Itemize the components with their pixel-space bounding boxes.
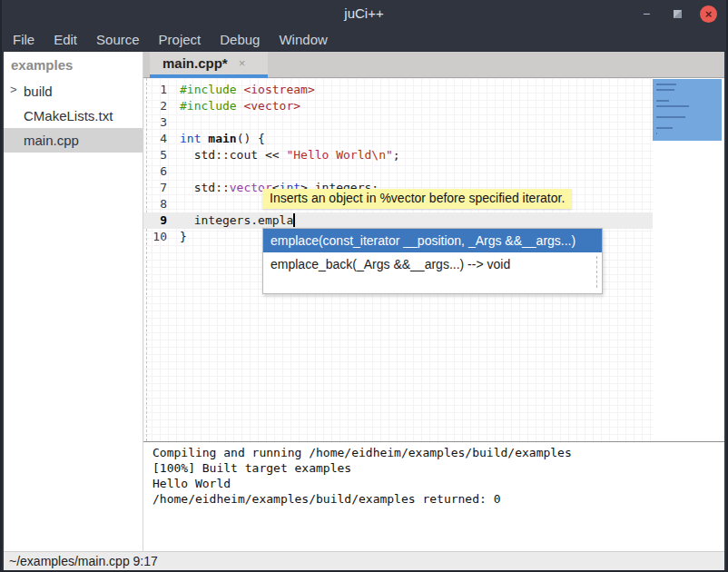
code-line-6[interactable]: 6: [143, 163, 656, 180]
code-text: std::cout << "Hello World\n";: [172, 147, 400, 163]
file-tree-item-build[interactable]: >build: [4, 79, 143, 104]
line-number: 6: [143, 163, 172, 180]
code-line-1[interactable]: 1#include <iostream>: [143, 82, 656, 98]
code-editor[interactable]: 1#include <iostream>2#include <vector>34…: [143, 78, 724, 441]
code-text: [172, 196, 180, 212]
code-text: [172, 114, 180, 131]
line-number: 10: [143, 229, 172, 245]
minimize-button[interactable]: −: [638, 6, 654, 21]
menu-edit[interactable]: Edit: [52, 30, 79, 49]
line-number: 5: [143, 147, 172, 163]
code-text: int main() {: [172, 131, 265, 147]
menu-source[interactable]: Source: [94, 30, 142, 49]
menu-file[interactable]: File: [11, 30, 36, 49]
close-icon: ×: [705, 7, 713, 21]
output-line: /home/eidheim/examples/build/examples re…: [152, 491, 724, 507]
code-text: integers.empla: [172, 212, 295, 229]
file-tree: >buildCMakeLists.txtmain.cpp: [4, 79, 143, 153]
file-tree-item-label: main.cpp: [4, 133, 79, 148]
status-file-position: ~/examples/main.cpp 9:17: [9, 554, 158, 568]
line-number: 7: [143, 180, 172, 196]
maximize-button[interactable]: [669, 9, 685, 19]
jucipp-window: juCi++ − × FileEditSourceProjectDebugWin…: [0, 0, 728, 572]
code-text: #include <iostream>: [172, 82, 315, 98]
file-tree-item-label: CMakeLists.txt: [4, 108, 113, 123]
menu-window[interactable]: Window: [277, 30, 329, 49]
code-text: #include <vector>: [172, 98, 300, 114]
chevron-right-icon[interactable]: >: [10, 83, 17, 96]
editor-column: main.cpp* × 1#include <iostream>2#includ…: [143, 52, 724, 551]
completion-item[interactable]: emplace(const_iterator __position, _Args…: [263, 229, 602, 252]
doc-tooltip: Inserts an object in %vector before spec…: [262, 189, 572, 209]
completion-popup: emplace(const_iterator __position, _Args…: [262, 228, 603, 294]
file-tree-item-main-cpp[interactable]: main.cpp: [4, 128, 143, 153]
code-line-4[interactable]: 4int main() {: [143, 131, 656, 147]
completion-item[interactable]: emplace_back(_Args &&__args...) --> void: [263, 252, 602, 276]
menu-project[interactable]: Project: [157, 30, 203, 49]
line-number: 4: [143, 131, 172, 147]
code-text: [172, 163, 180, 180]
output-line: Compiling and running /home/eidheim/exam…: [152, 445, 724, 460]
build-output-panel[interactable]: Compiling and running /home/eidheim/exam…: [143, 441, 724, 551]
window-title: juCi++: [2, 5, 726, 21]
text-cursor: [293, 213, 295, 227]
menubar: FileEditSourceProjectDebugWindow: [2, 27, 726, 52]
minimap[interactable]: [653, 78, 724, 441]
file-tree-item-cmakelists-txt[interactable]: CMakeLists.txt: [4, 104, 143, 128]
maximize-icon: [673, 9, 683, 19]
output-line: [100%] Built target examples: [152, 460, 724, 476]
minimap-visible-region[interactable]: [653, 79, 722, 141]
line-number: 9: [143, 212, 172, 229]
tab-bar: main.cpp* ×: [143, 52, 724, 78]
output-line: Hello World: [152, 476, 724, 491]
minimap-code-lines: [656, 84, 722, 134]
line-number: 2: [143, 98, 172, 114]
tab-main-cpp[interactable]: main.cpp* ×: [150, 52, 268, 78]
line-number: 8: [143, 196, 172, 212]
tab-label: main.cpp*: [162, 55, 228, 71]
code-lines: 1#include <iostream>2#include <vector>34…: [143, 82, 656, 245]
menu-debug[interactable]: Debug: [218, 30, 261, 49]
code-line-3[interactable]: 3: [143, 114, 656, 131]
code-line-9[interactable]: 9 integers.empla: [143, 212, 656, 229]
window-controls: − ×: [638, 0, 717, 27]
code-line-5[interactable]: 5 std::cout << "Hello World\n";: [143, 147, 656, 163]
status-bar: ~/examples/main.cpp 9:17: [4, 551, 724, 570]
file-tree-sidebar: examples >buildCMakeLists.txtmain.cpp: [4, 52, 143, 551]
titlebar: juCi++ − ×: [2, 0, 726, 27]
code-line-2[interactable]: 2#include <vector>: [143, 98, 656, 114]
tab-close-icon[interactable]: ×: [239, 56, 246, 70]
code-text: }: [172, 229, 187, 245]
line-number: 3: [143, 114, 172, 131]
close-button[interactable]: ×: [700, 5, 717, 23]
line-number: 1: [143, 82, 172, 98]
main-content: examples >buildCMakeLists.txtmain.cpp ma…: [4, 52, 724, 551]
project-name-header: examples: [4, 52, 143, 79]
